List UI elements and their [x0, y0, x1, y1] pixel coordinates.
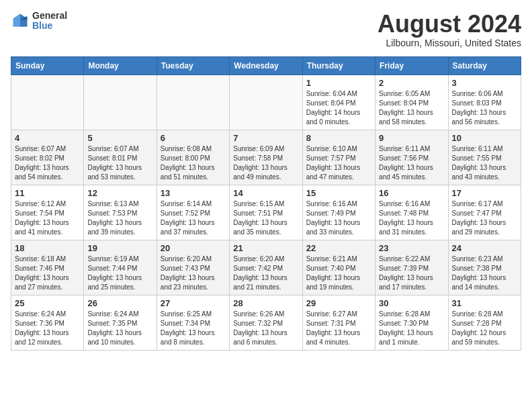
day-info: Sunrise: 6:25 AM Sunset: 7:34 PM Dayligh… — [161, 310, 226, 347]
location-subtitle: Lilbourn, Missouri, United States — [378, 38, 521, 48]
weekday-header-row: SundayMondayTuesdayWednesdayThursdayFrid… — [11, 56, 521, 75]
day-number: 5 — [87, 133, 152, 143]
calendar-day-cell: 31Sunrise: 6:28 AM Sunset: 7:28 PM Dayli… — [448, 295, 521, 350]
day-info: Sunrise: 6:06 AM Sunset: 8:03 PM Dayligh… — [452, 89, 517, 127]
day-number: 20 — [161, 243, 226, 253]
logo-text: General Blue — [32, 11, 67, 32]
day-info: Sunrise: 6:20 AM Sunset: 7:43 PM Dayligh… — [161, 255, 226, 292]
calendar-day-cell: 20Sunrise: 6:20 AM Sunset: 7:43 PM Dayli… — [157, 240, 229, 295]
calendar-day-cell: 23Sunrise: 6:22 AM Sunset: 7:39 PM Dayli… — [375, 240, 448, 295]
calendar-day-cell: 3Sunrise: 6:06 AM Sunset: 8:03 PM Daylig… — [448, 75, 521, 130]
calendar-week-row: 1Sunrise: 6:04 AM Sunset: 8:04 PM Daylig… — [11, 75, 521, 130]
day-number: 28 — [233, 298, 298, 308]
weekday-header-saturday: Saturday — [448, 56, 521, 75]
day-number: 29 — [306, 298, 371, 308]
day-info: Sunrise: 6:08 AM Sunset: 8:00 PM Dayligh… — [161, 144, 226, 182]
calendar-week-row: 25Sunrise: 6:24 AM Sunset: 7:36 PM Dayli… — [11, 295, 521, 350]
calendar-day-cell: 18Sunrise: 6:18 AM Sunset: 7:46 PM Dayli… — [11, 240, 84, 295]
day-info: Sunrise: 6:24 AM Sunset: 7:36 PM Dayligh… — [15, 310, 80, 347]
logo: General Blue — [11, 11, 67, 32]
day-info: Sunrise: 6:13 AM Sunset: 7:53 PM Dayligh… — [87, 199, 152, 237]
day-info: Sunrise: 6:05 AM Sunset: 8:04 PM Dayligh… — [379, 89, 444, 127]
day-info: Sunrise: 6:16 AM Sunset: 7:49 PM Dayligh… — [306, 199, 371, 237]
weekday-header-friday: Friday — [375, 56, 448, 75]
calendar-day-cell: 15Sunrise: 6:16 AM Sunset: 7:49 PM Dayli… — [302, 185, 375, 240]
calendar-day-cell — [230, 75, 302, 130]
day-number: 30 — [379, 298, 444, 308]
day-number: 25 — [15, 298, 80, 308]
day-info: Sunrise: 6:17 AM Sunset: 7:47 PM Dayligh… — [452, 199, 517, 237]
calendar-week-row: 18Sunrise: 6:18 AM Sunset: 7:46 PM Dayli… — [11, 240, 521, 295]
day-info: Sunrise: 6:09 AM Sunset: 7:58 PM Dayligh… — [233, 144, 298, 182]
day-number: 12 — [87, 188, 152, 198]
day-info: Sunrise: 6:11 AM Sunset: 7:55 PM Dayligh… — [452, 144, 517, 182]
day-number: 31 — [452, 298, 517, 308]
day-info: Sunrise: 6:19 AM Sunset: 7:44 PM Dayligh… — [87, 255, 152, 292]
calendar-day-cell: 21Sunrise: 6:20 AM Sunset: 7:42 PM Dayli… — [230, 240, 302, 295]
day-info: Sunrise: 6:24 AM Sunset: 7:35 PM Dayligh… — [87, 310, 152, 347]
day-info: Sunrise: 6:28 AM Sunset: 7:30 PM Dayligh… — [379, 310, 444, 347]
day-info: Sunrise: 6:11 AM Sunset: 7:56 PM Dayligh… — [379, 144, 444, 182]
calendar-day-cell — [157, 75, 229, 130]
day-info: Sunrise: 6:10 AM Sunset: 7:57 PM Dayligh… — [306, 144, 371, 182]
calendar-day-cell: 24Sunrise: 6:23 AM Sunset: 7:38 PM Dayli… — [448, 240, 521, 295]
day-info: Sunrise: 6:14 AM Sunset: 7:52 PM Dayligh… — [161, 199, 226, 237]
day-info: Sunrise: 6:18 AM Sunset: 7:46 PM Dayligh… — [15, 255, 80, 292]
day-number: 9 — [379, 133, 444, 143]
day-number: 8 — [306, 133, 371, 143]
logo-icon — [11, 11, 30, 30]
day-number: 1 — [306, 78, 371, 88]
calendar-day-cell — [11, 75, 84, 130]
day-info: Sunrise: 6:16 AM Sunset: 7:48 PM Dayligh… — [379, 199, 444, 237]
calendar-day-cell: 16Sunrise: 6:16 AM Sunset: 7:48 PM Dayli… — [375, 185, 448, 240]
day-number: 16 — [379, 188, 444, 198]
day-number: 21 — [233, 243, 298, 253]
day-info: Sunrise: 6:04 AM Sunset: 8:04 PM Dayligh… — [306, 89, 371, 127]
weekday-header-tuesday: Tuesday — [157, 56, 229, 75]
logo-blue: Blue — [32, 21, 67, 31]
day-number: 7 — [233, 133, 298, 143]
weekday-header-thursday: Thursday — [302, 56, 375, 75]
day-number: 11 — [15, 188, 80, 198]
day-info: Sunrise: 6:22 AM Sunset: 7:39 PM Dayligh… — [379, 255, 444, 292]
page-header: General Blue August 2024 Lilbourn, Misso… — [11, 11, 521, 48]
calendar-day-cell: 13Sunrise: 6:14 AM Sunset: 7:52 PM Dayli… — [157, 185, 229, 240]
calendar-week-row: 11Sunrise: 6:12 AM Sunset: 7:54 PM Dayli… — [11, 185, 521, 240]
calendar-day-cell: 12Sunrise: 6:13 AM Sunset: 7:53 PM Dayli… — [84, 185, 157, 240]
svg-marker-1 — [13, 14, 21, 27]
day-number: 18 — [15, 243, 80, 253]
calendar-day-cell: 27Sunrise: 6:25 AM Sunset: 7:34 PM Dayli… — [157, 295, 229, 350]
calendar-day-cell: 10Sunrise: 6:11 AM Sunset: 7:55 PM Dayli… — [448, 130, 521, 185]
day-number: 23 — [379, 243, 444, 253]
calendar-day-cell: 29Sunrise: 6:27 AM Sunset: 7:31 PM Dayli… — [302, 295, 375, 350]
month-year-title: August 2024 — [378, 11, 521, 38]
calendar-day-cell: 30Sunrise: 6:28 AM Sunset: 7:30 PM Dayli… — [375, 295, 448, 350]
title-section: August 2024 Lilbourn, Missouri, United S… — [378, 11, 521, 48]
day-info: Sunrise: 6:26 AM Sunset: 7:32 PM Dayligh… — [233, 310, 298, 347]
calendar-table: SundayMondayTuesdayWednesdayThursdayFrid… — [11, 56, 521, 351]
calendar-day-cell — [84, 75, 157, 130]
calendar-day-cell: 11Sunrise: 6:12 AM Sunset: 7:54 PM Dayli… — [11, 185, 84, 240]
calendar-day-cell: 26Sunrise: 6:24 AM Sunset: 7:35 PM Dayli… — [84, 295, 157, 350]
calendar-day-cell: 25Sunrise: 6:24 AM Sunset: 7:36 PM Dayli… — [11, 295, 84, 350]
logo-general: General — [32, 11, 67, 21]
weekday-header-monday: Monday — [84, 56, 157, 75]
day-number: 26 — [87, 298, 152, 308]
day-number: 24 — [452, 243, 517, 253]
day-number: 2 — [379, 78, 444, 88]
day-number: 6 — [161, 133, 226, 143]
day-number: 27 — [161, 298, 226, 308]
calendar-day-cell: 9Sunrise: 6:11 AM Sunset: 7:56 PM Daylig… — [375, 130, 448, 185]
weekday-header-wednesday: Wednesday — [230, 56, 302, 75]
calendar-day-cell: 8Sunrise: 6:10 AM Sunset: 7:57 PM Daylig… — [302, 130, 375, 185]
calendar-day-cell: 6Sunrise: 6:08 AM Sunset: 8:00 PM Daylig… — [157, 130, 229, 185]
day-info: Sunrise: 6:15 AM Sunset: 7:51 PM Dayligh… — [233, 199, 298, 237]
day-number: 15 — [306, 188, 371, 198]
calendar-day-cell: 28Sunrise: 6:26 AM Sunset: 7:32 PM Dayli… — [230, 295, 302, 350]
calendar-day-cell: 19Sunrise: 6:19 AM Sunset: 7:44 PM Dayli… — [84, 240, 157, 295]
day-number: 13 — [161, 188, 226, 198]
day-info: Sunrise: 6:28 AM Sunset: 7:28 PM Dayligh… — [452, 310, 517, 347]
day-number: 17 — [452, 188, 517, 198]
day-number: 19 — [87, 243, 152, 253]
calendar-week-row: 4Sunrise: 6:07 AM Sunset: 8:02 PM Daylig… — [11, 130, 521, 185]
